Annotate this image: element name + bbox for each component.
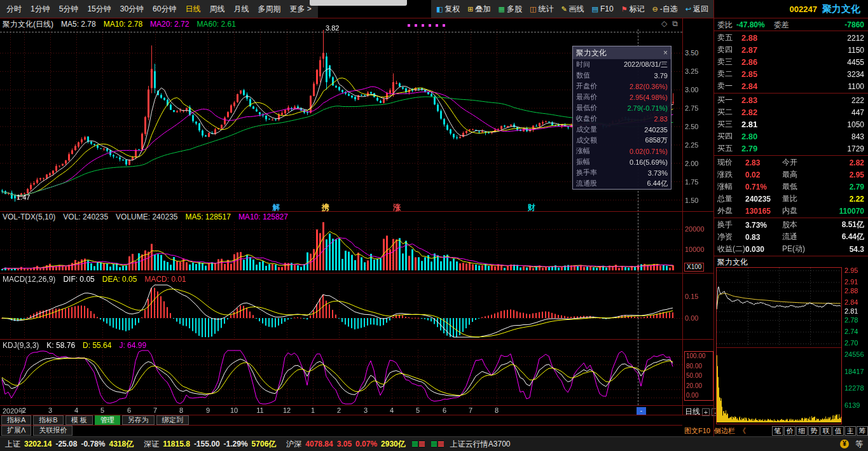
period-日线[interactable]: 日线 [185, 4, 200, 15]
quote-row-卖一[interactable]: 卖一2.841100 [713, 80, 868, 92]
event-mark-涨[interactable]: 涨 [393, 202, 401, 213]
side-图文F10[interactable]: 图文F10 [684, 426, 710, 436]
divider [713, 93, 868, 94]
period-30分钟[interactable]: 30分钟 [120, 4, 144, 15]
index-label: 上证 [5, 439, 20, 450]
kdj-chart[interactable] [0, 350, 682, 405]
event-mark-携[interactable]: 携 [322, 202, 329, 213]
side-button-主[interactable]: 主 [844, 426, 856, 436]
quote-level-label: 买一 [717, 95, 741, 106]
quote-row-买四[interactable]: 买四2.80843 [713, 130, 868, 142]
quote-price: 2.86 [741, 57, 777, 67]
chart-title: 聚力文化(日线) [3, 19, 53, 30]
tool-返回[interactable]: ↩返回 [685, 4, 708, 15]
quote-row-买五[interactable]: 买五2.791729 [713, 142, 868, 155]
tooltip-header[interactable]: 聚力文化 × [573, 46, 671, 59]
sidebar-button-bar: 图文F10侧边栏《笔价细势联值主筹 [684, 426, 868, 436]
period-15分钟[interactable]: 15分钟 [87, 4, 111, 15]
side-button-值[interactable]: 值 [832, 426, 844, 436]
tool-统计[interactable]: ◫统计 [530, 4, 553, 15]
side-侧边栏[interactable]: 侧边栏 [714, 426, 735, 436]
tooltip-row: 振幅0.16(5.69%) [573, 156, 671, 167]
extension-tab-bar: 扩展Λ关联报价 [1, 426, 72, 436]
mini-intraday-chart[interactable] [717, 268, 841, 347]
mini-vol-label: 18417 [844, 368, 864, 375]
period-周线[interactable]: 周线 [209, 4, 224, 15]
coin-icon[interactable]: ¥ [840, 440, 849, 448]
quote-row-买三[interactable]: 买三2.811050 [713, 118, 868, 130]
stat-label: 内盘 [782, 205, 813, 216]
tool-画线[interactable]: ✎画线 [561, 4, 584, 15]
tooltip-label: 成交额 [576, 135, 597, 145]
stat-value: 0.83 [745, 233, 782, 242]
tool-多股[interactable]: ▦多股 [499, 4, 522, 15]
side-button-价[interactable]: 价 [784, 426, 796, 436]
side-button-势[interactable]: 势 [808, 426, 820, 436]
side-button-筹[interactable]: 筹 [857, 426, 868, 436]
quote-price: 2.85 [741, 69, 777, 79]
tab-模 板[interactable]: 模 板 [65, 415, 93, 425]
mini-volume-chart[interactable] [717, 348, 841, 423]
tool-复权[interactable]: ◧复权 [436, 4, 460, 15]
tool-bar: ◧复权⊞叠加▦多股◫统计✎画线▤F10⚑标记⊖-自选↩返回 [431, 0, 713, 18]
index-quote-深证[interactable]: 深证11815.8-155.00-1.29%5706亿 [144, 439, 276, 450]
tab-绑定到[interactable]: 绑定到 [156, 415, 189, 425]
kdj-pane-title: KDJ(9,3,3)K: 58.76D: 55.64J: 64.99 [3, 340, 146, 350]
quote-row-卖三[interactable]: 卖三2.864455 [713, 56, 868, 68]
volume-unit-label: X100 [684, 263, 704, 272]
mini-price-label: 2.81 [844, 307, 858, 315]
mini-chart-stock-name: 聚力文化 [717, 257, 748, 268]
quote-row-卖四[interactable]: 卖四2.871150 [713, 44, 868, 56]
index-quote-沪深[interactable]: 沪深4078.843.050.07%2930亿 [286, 439, 405, 450]
tab-另存为[interactable]: 另存为 [122, 415, 155, 425]
period-5分钟[interactable]: 5分钟 [59, 4, 79, 15]
index-quote-上证[interactable]: 上证3202.14-25.08-0.78%4318亿 [5, 439, 134, 450]
mini-vol-label: 24556 [844, 350, 864, 358]
period-更多 >[interactable]: 更多 > [289, 4, 311, 15]
side-button-笔[interactable]: 笔 [772, 426, 783, 436]
divider [0, 425, 682, 426]
quote-row-买二[interactable]: 买二2.82447 [713, 106, 868, 118]
quote-level-label: 卖四 [717, 45, 741, 55]
event-mark-解[interactable]: 解 [273, 202, 280, 213]
stat-row: 涨跌0.02最高2.95 [713, 169, 868, 181]
mini-tab-label[interactable]: 日线 [685, 406, 700, 417]
macd-chart[interactable] [0, 284, 682, 338]
window-icon-0[interactable]: ◇ [661, 19, 667, 28]
close-icon[interactable]: × [663, 48, 668, 57]
quote-price: 2.79 [741, 144, 777, 153]
ma-labels: MA5: 2.78MA10: 2.78MA20: 2.72MA60: 2.61 [61, 20, 236, 29]
side-《[interactable]: 《 [739, 426, 746, 436]
volume-chart[interactable] [0, 222, 682, 272]
quote-row-买一[interactable]: 买一2.83222 [713, 94, 868, 106]
price-axis-label: 1.75 [685, 178, 698, 186]
high-price-marker: 3.82 [326, 24, 339, 32]
tool-F10[interactable]: ▤F10 [592, 4, 614, 13]
tab-关联报价[interactable]: 关联报价 [33, 426, 72, 436]
tooltip-value: 0.02(0.71%) [630, 148, 668, 155]
window-icon-1[interactable]: ⧉ [672, 19, 678, 28]
stat-label: 股本 [782, 219, 813, 230]
tool--自选[interactable]: ⊖-自选 [652, 4, 678, 15]
period-分时[interactable]: 分时 [6, 4, 22, 15]
period-1分钟[interactable]: 1分钟 [31, 4, 50, 15]
more-label[interactable]: 等 [855, 439, 863, 450]
tool-标记[interactable]: ⚑标记 [621, 4, 645, 15]
side-button-联[interactable]: 联 [820, 426, 832, 436]
tab-指标A[interactable]: 指标A [1, 415, 31, 425]
period-60分钟[interactable]: 60分钟 [153, 4, 176, 15]
mini-vol-label: 6139 [844, 401, 860, 409]
stat-label: 量比 [782, 193, 813, 204]
splitter-button[interactable]: - [637, 407, 646, 415]
tool-叠加[interactable]: ⊞叠加 [467, 4, 490, 15]
quote-row-卖五[interactable]: 卖五2.882212 [713, 32, 868, 44]
quote-row-卖二[interactable]: 卖二2.853234 [713, 68, 868, 80]
side-button-细[interactable]: 细 [796, 426, 808, 436]
tab-指标B[interactable]: 指标B [33, 415, 63, 425]
event-mark-财[interactable]: 财 [528, 202, 535, 213]
tab-扩展Λ[interactable]: 扩展Λ [1, 426, 31, 436]
tab-管理[interactable]: 管理 [95, 415, 120, 425]
period-多周期[interactable]: 多周期 [258, 4, 280, 15]
tooltip-label: 时间 [576, 60, 590, 69]
period-月线[interactable]: 月线 [233, 4, 249, 15]
